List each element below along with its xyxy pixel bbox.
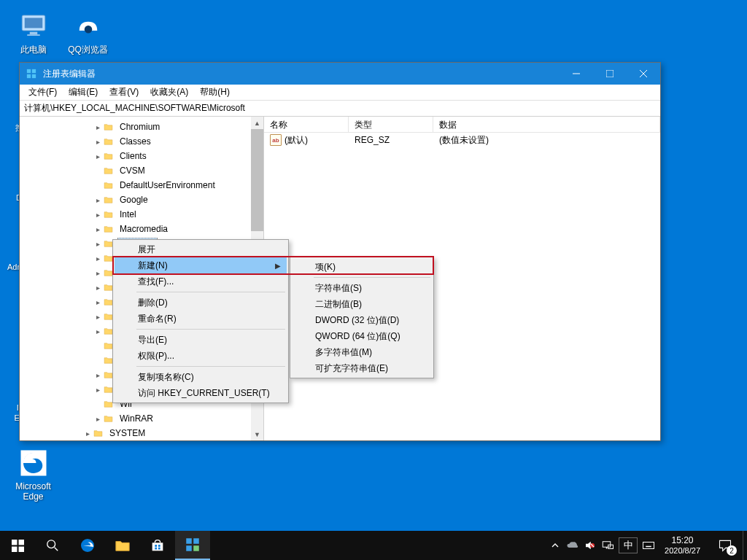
ctx-rename[interactable]: 重命名(R) <box>115 311 287 327</box>
svg-rect-26 <box>193 538 199 544</box>
expand-toggle-icon[interactable]: ▸ <box>93 225 103 233</box>
ctx-new-string[interactable]: 字符串值(S) <box>292 280 432 296</box>
ctx-new-binary[interactable]: 二进制值(B) <box>292 296 432 312</box>
expand-toggle-icon[interactable]: ▸ <box>93 327 103 335</box>
expand-toggle-icon[interactable]: ▸ <box>93 240 103 248</box>
expand-toggle-icon[interactable]: ▸ <box>93 211 103 219</box>
start-button[interactable] <box>0 531 35 560</box>
ctx-new-expandstring[interactable]: 可扩充字符串值(E) <box>292 360 432 376</box>
taskbar-regedit[interactable] <box>175 531 210 560</box>
expand-toggle-icon[interactable]: ▸ <box>93 386 103 394</box>
scroll-up-button[interactable]: ▲ <box>251 117 263 129</box>
ctx-copy-key-name[interactable]: 复制项名称(C) <box>115 369 287 385</box>
ctx-permissions[interactable]: 权限(P)... <box>115 348 287 364</box>
ctx-new-qword[interactable]: QWORD (64 位)值(Q) <box>292 328 432 344</box>
tree-item-macromedia[interactable]: ▸Macromedia <box>20 222 263 236</box>
tree-item-defaultuserenvironment[interactable]: DefaultUserEnvironment <box>20 178 263 192</box>
ctx-delete[interactable]: 删除(D) <box>115 295 287 311</box>
maximize-button[interactable] <box>593 63 627 85</box>
taskbar-store[interactable] <box>140 531 175 560</box>
tray-onedrive-icon[interactable] <box>564 531 581 560</box>
tree-item-intel[interactable]: ▸Intel <box>20 207 263 222</box>
tray-keyboard-icon[interactable] <box>640 531 657 560</box>
desktop-icon-qq-browser[interactable]: QQ浏览器 <box>61 10 115 56</box>
expand-toggle-icon[interactable]: ▸ <box>93 196 103 204</box>
expand-toggle-icon[interactable]: ▸ <box>82 429 93 438</box>
ctx-new-multistring[interactable]: 多字符串值(M) <box>292 344 432 360</box>
ctx-new-dword[interactable]: DWORD (32 位)值(D) <box>292 312 432 328</box>
taskbar-file-explorer[interactable] <box>105 531 140 560</box>
svg-rect-11 <box>606 70 614 77</box>
desktop-icon-this-pc[interactable]: 此电脑 <box>6 10 61 56</box>
menubar: 文件(F) 编辑(E) 查看(V) 收藏夹(A) 帮助(H) <box>20 85 660 101</box>
desktop-icon-label: QQ浏览器 <box>61 44 115 56</box>
svg-rect-17 <box>18 546 23 551</box>
scroll-thumb[interactable] <box>251 129 263 231</box>
expand-toggle-icon[interactable]: ▸ <box>93 298 103 306</box>
action-center-button[interactable]: 2 <box>708 531 743 560</box>
svg-rect-3 <box>27 34 40 36</box>
ctx-goto-hkcu[interactable]: 访问 HKEY_CURRENT_USER(T) <box>115 385 287 401</box>
svg-rect-8 <box>27 74 31 78</box>
separator <box>314 277 430 278</box>
svg-rect-22 <box>158 545 160 547</box>
tree-item-label: SYSTEM <box>107 427 147 439</box>
menu-file[interactable]: 文件(F) <box>23 85 63 100</box>
expand-toggle-icon[interactable]: ▸ <box>93 269 103 277</box>
expand-toggle-icon[interactable]: ▸ <box>93 123 103 131</box>
expand-toggle-icon[interactable]: ▸ <box>93 313 103 321</box>
tray-ime-indicator[interactable]: 中 <box>619 537 638 553</box>
minimize-button[interactable] <box>560 63 593 85</box>
menu-view[interactable]: 查看(V) <box>104 85 144 100</box>
desktop-icon-label: Microsoft Edge <box>6 481 61 502</box>
taskbar-edge[interactable] <box>70 531 105 560</box>
close-button[interactable] <box>627 63 660 85</box>
col-data[interactable]: 数据 <box>433 117 660 132</box>
tree-item-clients[interactable]: ▸Clients <box>20 149 263 163</box>
ctx-new-key[interactable]: 项(K) <box>292 259 432 275</box>
ctx-expand[interactable]: 展开 <box>115 241 287 257</box>
expand-toggle-icon[interactable]: ▸ <box>93 138 103 146</box>
svg-rect-23 <box>155 548 157 550</box>
tree-item-system[interactable]: ▸SYSTEM <box>20 426 263 440</box>
tree-item-classes[interactable]: ▸Classes <box>20 134 263 149</box>
folder-icon <box>103 151 115 161</box>
folder-icon <box>103 122 115 132</box>
svg-point-18 <box>47 540 55 548</box>
tree-item-google[interactable]: ▸Google <box>20 192 263 207</box>
tray-network-icon[interactable] <box>599 531 616 560</box>
search-button[interactable] <box>35 531 70 560</box>
tree-item-chromium[interactable]: ▸Chromium <box>20 120 263 134</box>
tray-volume-icon[interactable] <box>581 531 599 560</box>
taskbar-clock[interactable]: 15:20 2020/8/27 <box>657 535 708 556</box>
address-bar[interactable]: 计算机\HKEY_LOCAL_MACHINE\SOFTWARE\Microsof… <box>20 101 660 117</box>
context-menu: 展开 新建(N)▶ 查找(F)... 删除(D) 重命名(R) 导出(E) 权限… <box>112 239 289 403</box>
ctx-new[interactable]: 新建(N)▶ <box>115 257 287 273</box>
col-type[interactable]: 类型 <box>349 117 433 132</box>
menu-favorites[interactable]: 收藏夹(A) <box>144 85 194 100</box>
menu-help[interactable]: 帮助(H) <box>194 85 236 100</box>
tree-item-label: DefaultUserEnvironment <box>117 179 217 191</box>
expand-toggle-icon[interactable]: ▸ <box>93 415 103 423</box>
expand-toggle-icon[interactable]: ▸ <box>93 152 103 160</box>
folder-icon <box>103 136 115 147</box>
col-name[interactable]: 名称 <box>264 117 349 132</box>
expand-toggle-icon[interactable]: ▸ <box>93 254 103 262</box>
expand-toggle-icon[interactable]: ▸ <box>93 371 103 379</box>
expand-toggle-icon[interactable]: ▸ <box>93 284 103 292</box>
ctx-find[interactable]: 查找(F)... <box>115 273 287 289</box>
titlebar[interactable]: 注册表编辑器 <box>20 63 660 85</box>
tree-item-label: Clients <box>117 150 149 162</box>
ctx-export[interactable]: 导出(E) <box>115 332 287 348</box>
tree-item-label: Google <box>117 194 150 206</box>
tree-item-cvsm[interactable]: CVSM <box>20 163 263 178</box>
clock-time: 15:20 <box>665 535 700 546</box>
scroll-down-button[interactable]: ▼ <box>251 428 263 440</box>
tree-item-winrar[interactable]: ▸WinRAR <box>20 411 263 426</box>
menu-edit[interactable]: 编辑(E) <box>63 85 104 100</box>
tray-overflow-icon[interactable] <box>546 531 564 560</box>
folder-icon <box>103 195 115 205</box>
list-row[interactable]: ab(默认) REG_SZ (数值未设置) <box>264 133 660 147</box>
show-desktop-button[interactable] <box>743 531 747 560</box>
desktop-icon-edge[interactable]: Microsoft Edge <box>6 448 61 502</box>
